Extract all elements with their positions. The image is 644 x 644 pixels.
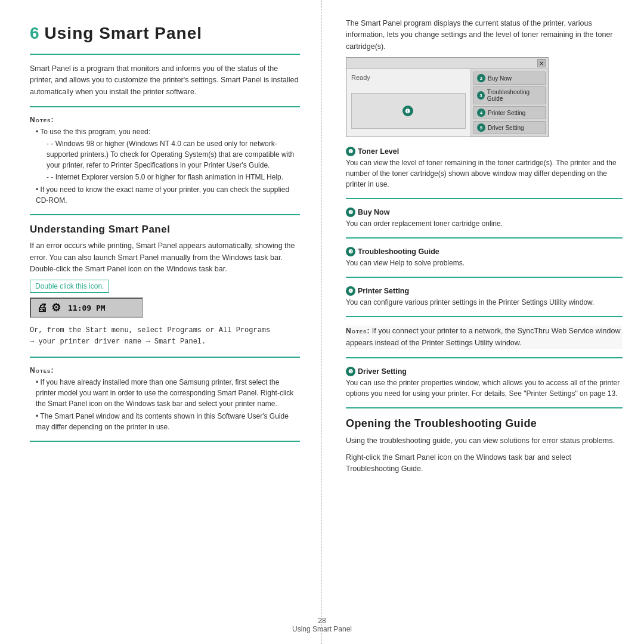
feature-1: ❶ Toner Level You can view the level of … bbox=[346, 147, 623, 190]
feat-1-num: ❶ bbox=[346, 147, 355, 156]
smart-panel-screenshot: ✕ Ready ❶ 2 Buy Now 3 Troubleshoot bbox=[346, 57, 549, 137]
feat-3-num: ❸ bbox=[346, 247, 355, 256]
feature-2-title: ❷ Buy Now bbox=[346, 208, 623, 217]
buy-now-num: 2 bbox=[477, 74, 485, 82]
section2-text1: Using the troubleshooting guide, you can… bbox=[346, 435, 623, 447]
r-divider-2 bbox=[346, 237, 623, 239]
printer-setting-num: 4 bbox=[477, 109, 485, 117]
feat-2-num: ❷ bbox=[346, 208, 355, 217]
page-footer: 28 Using Smart Panel bbox=[0, 617, 644, 633]
feature-4-title: ❹ Printer Setting bbox=[346, 286, 623, 296]
driver-setting-num: 5 bbox=[477, 123, 485, 132]
chapter-num: 6 bbox=[30, 24, 40, 42]
feature-3-desc: You can view Help to solve problems. bbox=[346, 258, 623, 268]
divider-2 bbox=[30, 214, 300, 215]
feature-4-desc: You can configure various printer settin… bbox=[346, 297, 623, 308]
feature-4: ❹ Printer Setting You can configure vari… bbox=[346, 286, 623, 308]
feature-5-desc: You can use the printer properties windo… bbox=[346, 377, 623, 399]
notes2-item1: If you have already installed more than … bbox=[30, 377, 300, 409]
notes2-list: If you have already installed more than … bbox=[30, 377, 300, 432]
feature-1-title: ❶ Toner Level bbox=[346, 147, 623, 156]
notes1-subitems: - Windows 98 or higher (Windows NT 4.0 c… bbox=[36, 138, 300, 182]
r-divider-5 bbox=[346, 357, 623, 358]
taskbar-mock: 🖨 ⚙ 11:09 PM bbox=[30, 298, 143, 318]
page-number: 28 bbox=[318, 617, 326, 625]
feature-5: ❺ Driver Setting You can use the printer… bbox=[346, 367, 623, 399]
feat-5-num: ❺ bbox=[346, 367, 355, 376]
toner-num: ❶ bbox=[402, 106, 413, 116]
notes2-item2: The Smart Panel window and its contents … bbox=[30, 411, 300, 432]
taskbar-time: 11:09 PM bbox=[68, 304, 106, 312]
notes-mid-label: Notes: bbox=[346, 327, 370, 335]
notes1-item1: To use the this program, you need: - Win… bbox=[30, 126, 300, 182]
sp-body: Ready ❶ 2 Buy Now 3 Troubleshooting Guid… bbox=[346, 69, 548, 137]
feature-2: ❷ Buy Now You can order replacement tone… bbox=[346, 208, 623, 229]
page: 6Using Smart Panel Smart Panel is a prog… bbox=[0, 0, 644, 644]
right-intro-text: The Smart Panel program displays the cur… bbox=[346, 18, 623, 52]
notes-mid-text: If you connect your printer to a network… bbox=[346, 327, 620, 346]
sp-titlebar: ✕ bbox=[346, 58, 548, 69]
r-divider-4 bbox=[346, 316, 623, 317]
notes2-label: Notes: bbox=[30, 366, 300, 374]
footer-label: Using Smart Panel bbox=[292, 625, 352, 633]
double-click-label: Double click this icon. bbox=[30, 280, 109, 293]
sp-status: Ready bbox=[351, 74, 466, 81]
section-text: If an error occurs while printing, Smart… bbox=[30, 240, 300, 275]
notes1-list: To use the this program, you need: - Win… bbox=[30, 126, 300, 206]
notes1-item2: If you need to know the exact name of yo… bbox=[30, 184, 300, 206]
printer-setting-button[interactable]: 4 Printer Setting bbox=[473, 106, 546, 119]
top-divider bbox=[30, 54, 300, 55]
notes1-label: Notes: bbox=[30, 116, 300, 124]
feat-4-num: ❹ bbox=[346, 286, 355, 296]
divider-3 bbox=[30, 357, 300, 358]
feature-3: ❸ Troubleshooting Guide You can view Hel… bbox=[346, 247, 623, 268]
left-column: 6Using Smart Panel Smart Panel is a prog… bbox=[0, 0, 322, 644]
troubleshooting-num: 3 bbox=[477, 91, 485, 100]
driver-setting-button[interactable]: 5 Driver Setting bbox=[473, 121, 546, 134]
sp-toner-area: ❶ bbox=[351, 93, 466, 129]
from-start-text: Or, from the Start menu, select Programs… bbox=[30, 325, 300, 348]
sp-close-button[interactable]: ✕ bbox=[537, 59, 546, 67]
r-divider-1 bbox=[346, 198, 623, 199]
chapter-title: 6Using Smart Panel bbox=[30, 24, 300, 43]
printer-icon: 🖨 bbox=[37, 302, 48, 314]
smart-panel-icon: ⚙ bbox=[51, 301, 61, 314]
intro-text: Smart Panel is a program that monitors a… bbox=[30, 63, 300, 98]
troubleshooting-guide-button[interactable]: 3 Troubleshooting Guide bbox=[473, 86, 546, 104]
feature-2-desc: You can order replacement toner cartridg… bbox=[346, 218, 623, 229]
feature-1-desc: You can view the level of toner remainin… bbox=[346, 157, 623, 190]
notes-mid: Notes: If you connect your printer to a … bbox=[346, 326, 623, 349]
section-title: Understanding Smart Panel bbox=[30, 224, 300, 236]
buy-now-button[interactable]: 2 Buy Now bbox=[473, 72, 546, 85]
feature-5-title: ❺ Driver Setting bbox=[346, 367, 623, 376]
section2-title: Opening the Troubleshooting Guide bbox=[346, 417, 623, 431]
section2-text2: Right-click the Smart Panel icon on the … bbox=[346, 452, 623, 475]
divider-4 bbox=[30, 441, 300, 442]
right-column: The Smart Panel program displays the cur… bbox=[322, 0, 644, 644]
divider-1 bbox=[30, 106, 300, 107]
sp-right-panel: 2 Buy Now 3 Troubleshooting Guide 4 Prin… bbox=[470, 69, 548, 137]
notes1-subitem2: - Internet Explorer version 5.0 or highe… bbox=[47, 172, 300, 182]
feature-3-title: ❸ Troubleshooting Guide bbox=[346, 247, 623, 256]
sp-left-panel: Ready ❶ bbox=[346, 69, 470, 137]
r-divider-3 bbox=[346, 277, 623, 278]
notes1-subitem1: - Windows 98 or higher (Windows NT 4.0 c… bbox=[47, 138, 300, 171]
r-divider-6 bbox=[346, 407, 623, 408]
